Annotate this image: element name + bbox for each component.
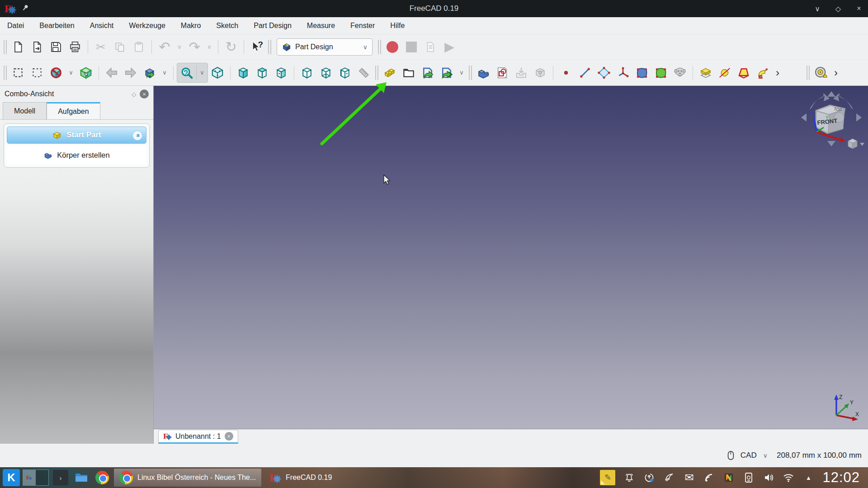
close-tab-icon[interactable]: × — [225, 432, 233, 441]
menu-makro[interactable]: Makro — [181, 22, 201, 30]
virtual-desktop-pager[interactable]: F — [23, 469, 49, 486]
navigation-cube[interactable]: TOP FRONT Z Y — [797, 89, 865, 153]
toolbar-handle[interactable] — [375, 66, 378, 80]
link-actions-dropdown-icon[interactable]: ∨ — [456, 63, 467, 82]
create-sketch-button[interactable] — [493, 63, 512, 82]
app-launcher-button[interactable]: K — [3, 469, 20, 486]
updates-tray-icon[interactable] — [643, 472, 655, 483]
toolbar-extension-icon[interactable]: › — [772, 63, 783, 82]
sync-camera-button[interactable] — [76, 63, 95, 82]
box-element-selection-button[interactable] — [28, 63, 47, 82]
additive-loft-button[interactable] — [734, 63, 753, 82]
save-button[interactable] — [47, 38, 66, 56]
color-app-tray-icon[interactable] — [723, 472, 735, 483]
task-group-start-part[interactable]: Start Part » — [7, 127, 146, 144]
notifications-bell-icon[interactable] — [623, 472, 635, 483]
volume-tray-icon[interactable] — [763, 472, 774, 483]
pin-icon[interactable] — [22, 4, 29, 13]
wifi-tray-icon[interactable] — [783, 472, 794, 483]
datum-point-button[interactable] — [557, 63, 576, 82]
taskbar-clock[interactable]: 12:02 — [822, 469, 862, 486]
file-manager-icon[interactable] — [72, 469, 90, 487]
close-window-icon[interactable]: × — [854, 5, 863, 13]
create-body-button[interactable] — [474, 63, 493, 82]
draw-style-dropdown-icon[interactable]: ∨ — [66, 63, 76, 82]
datum-plane-button[interactable] — [594, 63, 613, 82]
pad-button[interactable] — [696, 63, 715, 82]
maximize-window-icon[interactable]: ◇ — [834, 5, 843, 13]
rear-view-button[interactable] — [297, 63, 316, 82]
tray-expand-icon[interactable]: ▲ — [802, 472, 814, 483]
additive-pipe-button[interactable] — [753, 63, 772, 82]
notes-tray-icon[interactable]: ✎ — [600, 470, 615, 485]
fit-all-button[interactable] — [177, 63, 196, 82]
menu-sketch[interactable]: Sketch — [216, 22, 238, 30]
mail-tray-icon[interactable]: ✉ — [683, 472, 695, 483]
device-tray-icon[interactable] — [743, 472, 755, 483]
3d-viewport[interactable]: TOP FRONT Z Y — [154, 86, 868, 429]
terminal-launcher-icon[interactable]: › — [52, 469, 70, 487]
chevron-down-icon[interactable]: ∨ — [763, 452, 768, 459]
document-tab[interactable]: F Unbenannt : 1 × — [158, 430, 238, 444]
shade-window-icon[interactable]: ∨ — [813, 5, 822, 13]
go-to-linked-object-button[interactable] — [140, 63, 159, 82]
clone-button[interactable] — [670, 63, 689, 82]
menu-part-design[interactable]: Part Design — [254, 22, 292, 30]
float-panel-icon[interactable]: ◇ — [132, 91, 136, 98]
draw-style-button[interactable] — [47, 63, 66, 82]
collapse-task-icon[interactable]: » — [132, 131, 142, 141]
measure-tape-button[interactable] — [811, 63, 830, 82]
macro-record-button[interactable] — [383, 38, 402, 56]
create-group-button[interactable] — [399, 63, 418, 82]
tablet-tray-icon[interactable] — [663, 472, 675, 483]
task-item-create-body[interactable]: Körper erstellen — [7, 145, 146, 164]
menu-hilfe[interactable]: Hilfe — [390, 22, 405, 30]
desktop-2[interactable] — [36, 470, 48, 485]
sub-shape-binder-button[interactable] — [651, 63, 670, 82]
left-view-button[interactable] — [335, 63, 354, 82]
toolbar-handle[interactable] — [378, 40, 381, 54]
new-document-button[interactable] — [9, 38, 28, 56]
toolbar-handle[interactable] — [4, 40, 7, 54]
create-part-button[interactable] — [380, 63, 399, 82]
navigation-style-label[interactable]: CAD — [741, 451, 757, 460]
menu-measure[interactable]: Measure — [307, 22, 335, 30]
toolbar-handle[interactable] — [4, 66, 7, 80]
rss-tray-icon[interactable] — [703, 472, 715, 483]
desktop-1[interactable]: F — [23, 470, 36, 485]
revolve-button[interactable] — [715, 63, 734, 82]
toolbar-handle[interactable] — [469, 66, 472, 80]
tab-aufgaben[interactable]: Aufgaben — [47, 102, 100, 119]
print-button[interactable] — [66, 38, 85, 56]
workbench-selector[interactable]: Part Design ∨ — [277, 38, 373, 56]
toolbar-handle[interactable] — [268, 40, 271, 54]
taskbar-window-browser[interactable]: Linux Bibel Österreich - Neues The... — [114, 469, 261, 487]
local-coordinate-system-button[interactable] — [613, 63, 632, 82]
shape-binder-button[interactable] — [632, 63, 651, 82]
front-view-button[interactable] — [234, 63, 253, 82]
toolbar-extension-icon[interactable]: › — [830, 63, 841, 82]
make-link-button[interactable] — [418, 63, 437, 82]
menu-ansicht[interactable]: Ansicht — [90, 22, 113, 30]
fit-dropdown-icon[interactable]: ∨ — [197, 63, 208, 82]
box-selection-button[interactable] — [9, 63, 28, 82]
toolbar-handle[interactable] — [807, 66, 810, 80]
menu-fenster[interactable]: Fenster — [350, 22, 375, 30]
right-view-button[interactable] — [272, 63, 291, 82]
make-sub-link-button[interactable] — [437, 63, 456, 82]
browser-launcher-icon[interactable] — [93, 469, 111, 487]
whats-this-button[interactable]: ? — [247, 38, 266, 56]
top-view-button[interactable] — [253, 63, 272, 82]
link-dropdown-icon[interactable]: ∨ — [159, 63, 170, 82]
open-document-button[interactable] — [28, 38, 47, 56]
tab-modell[interactable]: Modell — [3, 102, 47, 119]
taskbar-window-freecad[interactable]: F FreeCAD 0.19 — [264, 469, 337, 487]
menu-datei[interactable]: Datei — [7, 22, 24, 30]
isometric-view-button[interactable] — [208, 63, 227, 82]
menu-werkzeuge[interactable]: Werkzeuge — [129, 22, 165, 30]
bottom-view-button[interactable] — [316, 63, 335, 82]
menu-bearbeiten[interactable]: Bearbeiten — [39, 22, 74, 30]
close-panel-icon[interactable]: × — [140, 89, 149, 99]
datum-line-button[interactable] — [576, 63, 594, 82]
measure-distance-button[interactable] — [354, 63, 373, 82]
